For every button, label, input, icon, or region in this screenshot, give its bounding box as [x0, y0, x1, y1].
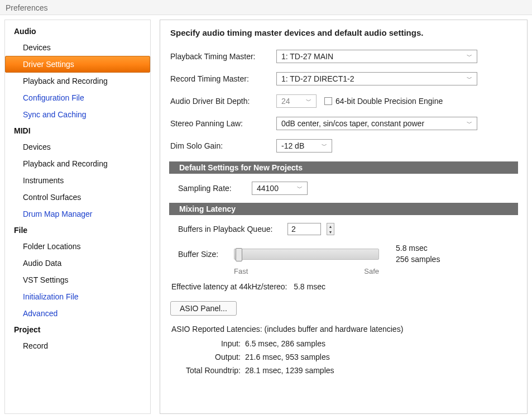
- playback-master-select[interactable]: 1: TD-27 MAIN ﹀: [276, 50, 477, 63]
- nav-file-vst-settings[interactable]: VST Settings: [5, 272, 150, 288]
- buffers-value: 2: [291, 225, 296, 234]
- window-title: Preferences: [0, 0, 532, 15]
- latency-roundtrip-label: Total Roundtrip:: [171, 366, 245, 375]
- double-precision-label: 64-bit Double Precision Engine: [336, 97, 443, 106]
- record-master-select[interactable]: 1: TD-27 DIRECT1-2 ﹀: [276, 72, 477, 85]
- nav-file-folder-locations[interactable]: Folder Locations: [5, 238, 150, 255]
- effective-latency-value: 5.8 msec: [294, 282, 325, 291]
- asio-panel-button[interactable]: ASIO Panel...: [170, 301, 237, 316]
- settings-panel: Specify audio timing master devices and …: [160, 20, 528, 414]
- double-precision-checkbox[interactable]: [324, 97, 332, 105]
- chevron-down-icon: ﹀: [297, 184, 303, 192]
- bitdepth-label: Audio Driver Bit Depth:: [170, 97, 276, 106]
- bufsize-samples: 256 samples: [396, 254, 440, 265]
- panning-select[interactable]: 0dB center, sin/cos taper, constant powe…: [276, 117, 477, 130]
- asio-reported-header: ASIO Reported Latencies: (includes buffe…: [171, 325, 517, 334]
- nav-audio-configuration-file[interactable]: Configuration File: [5, 89, 150, 106]
- samplerate-select[interactable]: 44100 ﹀: [252, 182, 308, 195]
- bufsize-slider[interactable]: [234, 249, 379, 260]
- nav-midi-devices[interactable]: Devices: [5, 139, 150, 155]
- spinner-down-icon: ▼: [327, 229, 334, 235]
- samplerate-value: 44100: [257, 184, 279, 193]
- chevron-down-icon: ﹀: [306, 97, 311, 105]
- latency-output-value: 21.6 msec, 953 samples: [245, 353, 330, 361]
- latency-input-label: Input:: [171, 339, 245, 348]
- nav-audio-sync-caching[interactable]: Sync and Caching: [5, 106, 150, 123]
- bitdepth-select[interactable]: 24 ﹀: [276, 94, 317, 108]
- samplerate-label: Sampling Rate:: [178, 184, 252, 193]
- nav-file-initialization-file[interactable]: Initialization File: [5, 288, 150, 305]
- panning-label: Stereo Panning Law:: [170, 119, 276, 128]
- latency-roundtrip-value: 28.1 msec, 1239 samples: [245, 366, 334, 375]
- nav-audio-driver-settings[interactable]: Driver Settings: [5, 56, 150, 73]
- page-heading: Specify audio timing master devices and …: [170, 28, 517, 37]
- chevron-down-icon: ﹀: [467, 53, 472, 60]
- buffers-label: Buffers in Playback Queue:: [178, 225, 282, 234]
- section-mixing-latency: Mixing Latency: [169, 203, 518, 215]
- slider-fast-label: Fast: [234, 267, 248, 275]
- chevron-down-icon: ﹀: [322, 142, 327, 150]
- bufsize-label: Buffer Size:: [178, 250, 228, 259]
- panning-value: 0dB center, sin/cos taper, constant powe…: [281, 119, 424, 128]
- buffers-input[interactable]: 2: [287, 223, 321, 235]
- nav-header-project: Project: [5, 322, 150, 337]
- nav-midi-drum-map-manager[interactable]: Drum Map Manager: [5, 206, 150, 222]
- dimsolo-label: Dim Solo Gain:: [170, 141, 276, 150]
- nav-file-advanced[interactable]: Advanced: [5, 305, 150, 322]
- chevron-down-icon: ﹀: [467, 120, 472, 127]
- bufsize-ms: 5.8 msec: [396, 243, 440, 254]
- chevron-down-icon: ﹀: [467, 75, 472, 83]
- slider-thumb[interactable]: [236, 248, 242, 261]
- slider-safe-label: Safe: [364, 267, 379, 275]
- dimsolo-value: -12 dB: [281, 141, 304, 150]
- bitdepth-value: 24: [281, 97, 290, 106]
- nav-midi-instruments[interactable]: Instruments: [5, 172, 150, 189]
- preferences-nav: Audio Devices Driver Settings Playback a…: [4, 20, 151, 414]
- nav-header-midi: MIDI: [5, 123, 150, 139]
- playback-master-value: 1: TD-27 MAIN: [281, 52, 333, 61]
- spinner-up-icon: ▲: [327, 223, 334, 229]
- effective-latency-label: Effective latency at 44kHz/stereo:: [171, 282, 287, 291]
- buffers-spinner[interactable]: ▲▼: [327, 223, 334, 235]
- nav-header-audio: Audio: [5, 23, 150, 39]
- record-master-label: Record Timing Master:: [170, 74, 276, 83]
- nav-midi-playback-recording[interactable]: Playback and Recording: [5, 155, 150, 172]
- nav-header-file: File: [5, 222, 150, 238]
- nav-audio-devices[interactable]: Devices: [5, 39, 150, 56]
- nav-midi-control-surfaces[interactable]: Control Surfaces: [5, 189, 150, 206]
- latency-output-label: Output:: [171, 353, 245, 361]
- section-defaults: Default Settings for New Projects: [169, 161, 518, 174]
- latency-input-value: 6.5 msec, 286 samples: [245, 339, 325, 348]
- nav-project-record[interactable]: Record: [5, 337, 150, 354]
- nav-audio-playback-recording[interactable]: Playback and Recording: [5, 73, 150, 89]
- playback-master-label: Playback Timing Master:: [170, 52, 276, 61]
- record-master-value: 1: TD-27 DIRECT1-2: [281, 74, 354, 83]
- dimsolo-select[interactable]: -12 dB ﹀: [276, 139, 332, 153]
- nav-file-audio-data[interactable]: Audio Data: [5, 255, 150, 272]
